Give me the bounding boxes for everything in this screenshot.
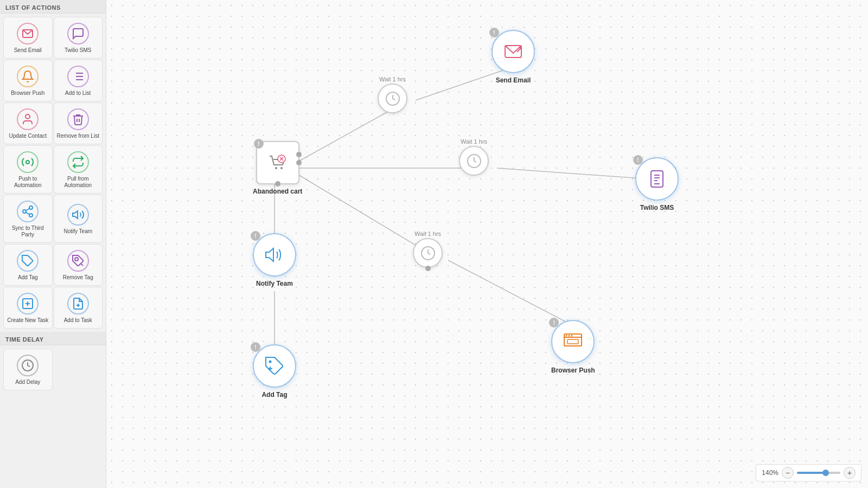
add-tag-icon: [17, 250, 39, 272]
add-tag-canvas-node[interactable]: ! Add Tag: [253, 344, 296, 399]
add-to-list-icon: [67, 66, 89, 87]
sidebar-item-notify-team[interactable]: Notify Team: [54, 195, 103, 243]
wait-3-node[interactable]: Wait 1 hrs: [413, 230, 443, 268]
send-email-circle: !: [492, 30, 535, 73]
add-tag-canvas-label: Add Tag: [261, 391, 287, 399]
send-email-icon: [17, 23, 39, 44]
abandoned-cart-node[interactable]: ! Abandoned cart: [253, 141, 302, 195]
browser-push-canvas-node[interactable]: ! Browser Push: [551, 320, 595, 374]
notify-team-warning: !: [251, 231, 260, 241]
abandoned-cart-label: Abandoned cart: [253, 188, 302, 195]
notify-team-canvas-node[interactable]: ! Notify Team: [253, 233, 296, 287]
zoom-level: 140%: [762, 469, 778, 477]
wait-1-node[interactable]: Wait 1 hrs: [378, 76, 407, 113]
sidebar-section-time-delay: TIME DELAY: [0, 332, 106, 345]
wait-1-circle: [378, 84, 407, 113]
sidebar-add-delay-label: Add Delay: [15, 379, 40, 386]
browser-push-circle: !: [551, 320, 595, 363]
svg-point-31: [275, 167, 277, 169]
svg-point-51: [571, 335, 573, 337]
svg-line-28: [296, 174, 429, 253]
sidebar-pull-from-automation-label: Pull from Automation: [56, 176, 100, 189]
svg-point-50: [569, 335, 570, 337]
sidebar-actions-grid: Send Email Twilio SMS Browser Push: [0, 14, 106, 332]
sidebar-item-browser-push[interactable]: Browser Push: [3, 60, 53, 101]
svg-point-10: [23, 210, 26, 213]
sidebar-add-to-list-label: Add to List: [65, 90, 91, 97]
svg-point-32: [280, 167, 283, 169]
add-to-task-icon: [67, 293, 89, 314]
sidebar-section-actions: LIST OF ACTIONS: [0, 0, 106, 14]
sidebar-item-add-to-list[interactable]: Add to List: [54, 60, 103, 101]
svg-marker-45: [266, 248, 273, 261]
add-tag-circle: !: [253, 344, 296, 388]
svg-point-49: [566, 335, 567, 337]
twilio-sms-circle: !: [635, 157, 679, 201]
sidebar-item-add-delay[interactable]: Add Delay: [3, 349, 53, 390]
create-new-task-icon: [17, 293, 39, 314]
svg-line-26: [497, 168, 649, 179]
svg-point-8: [26, 160, 29, 164]
wait-2-node[interactable]: Wait 1 hrs: [459, 138, 489, 176]
notify-team-canvas-label: Notify Team: [256, 280, 293, 287]
add-delay-icon: [17, 355, 39, 376]
sidebar-item-remove-from-list[interactable]: Remove from List: [54, 102, 103, 144]
push-to-automation-icon: [17, 151, 39, 173]
svg-point-16: [75, 258, 78, 261]
sidebar-item-send-email[interactable]: Send Email: [3, 17, 53, 59]
zoom-slider[interactable]: [797, 472, 840, 474]
sidebar-item-add-tag[interactable]: Add Tag: [3, 244, 53, 286]
svg-point-53: [269, 361, 272, 363]
sidebar-push-to-automation-label: Push to Automation: [6, 176, 50, 189]
svg-point-9: [29, 206, 33, 209]
add-tag-warning: !: [251, 342, 260, 352]
svg-marker-14: [73, 211, 78, 219]
sidebar: LIST OF ACTIONS Send Email Twilio SMS: [0, 0, 106, 488]
flow-canvas[interactable]: ! Abandoned cart Wait 1 hrs: [106, 0, 868, 488]
svg-line-13: [26, 209, 30, 211]
sidebar-sync-third-party-label: Sync to Third Party: [6, 225, 50, 238]
svg-rect-52: [567, 339, 578, 344]
sync-to-third-party-icon: [17, 201, 39, 222]
wait-2-circle: [459, 146, 489, 176]
sidebar-item-sync-to-third-party[interactable]: Sync to Third Party: [3, 195, 53, 243]
sidebar-add-to-task-label: Add to Task: [64, 317, 92, 324]
wait-1-label: Wait 1 hrs: [379, 76, 406, 82]
remove-from-list-icon: [67, 108, 89, 130]
sidebar-item-pull-from-automation[interactable]: Pull from Automation: [54, 145, 103, 194]
send-email-canvas-node[interactable]: ! Send Email: [492, 30, 535, 84]
zoom-bar: 140% − +: [756, 464, 861, 481]
browser-push-warning: !: [549, 318, 559, 328]
sidebar-item-create-new-task[interactable]: Create New Task: [3, 287, 53, 329]
svg-point-7: [25, 114, 30, 119]
browser-push-canvas-label: Browser Push: [551, 367, 595, 374]
browser-push-icon: [17, 66, 39, 87]
twilio-sms-canvas-node[interactable]: ! Twilio SMS: [635, 157, 679, 211]
twilio-sms-canvas-label: Twilio SMS: [640, 204, 674, 211]
wait-3-label: Wait 1 hrs: [414, 230, 441, 237]
pull-from-automation-icon: [67, 151, 89, 173]
send-email-canvas-label: Send Email: [496, 76, 531, 84]
sidebar-remove-from-list-label: Remove from List: [57, 133, 99, 139]
sidebar-update-contact-label: Update Contact: [9, 133, 47, 139]
send-email-warning: !: [489, 28, 499, 37]
wait-2-label: Wait 1 hrs: [461, 138, 487, 145]
wait-3-circle: [413, 238, 443, 268]
svg-rect-40: [651, 171, 663, 187]
zoom-in-button[interactable]: +: [844, 467, 856, 479]
zoom-out-button[interactable]: −: [782, 467, 794, 479]
sidebar-create-new-task-label: Create New Task: [7, 317, 48, 324]
sidebar-item-add-to-task[interactable]: Add to Task: [54, 287, 103, 329]
sidebar-twilio-sms-label: Twilio SMS: [65, 47, 91, 54]
sidebar-delay-grid: Add Delay: [0, 345, 106, 394]
sidebar-item-remove-tag[interactable]: Remove Tag: [54, 244, 103, 286]
sidebar-notify-team-label: Notify Team: [63, 228, 92, 235]
remove-tag-icon: [67, 250, 89, 272]
svg-line-29: [448, 260, 567, 323]
sidebar-item-twilio-sms[interactable]: Twilio SMS: [54, 17, 103, 59]
notify-team-icon: [67, 204, 89, 226]
sidebar-item-push-to-automation[interactable]: Push to Automation: [3, 145, 53, 194]
connections-svg: [106, 0, 868, 488]
svg-point-11: [29, 214, 33, 217]
sidebar-item-update-contact[interactable]: Update Contact: [3, 102, 53, 144]
